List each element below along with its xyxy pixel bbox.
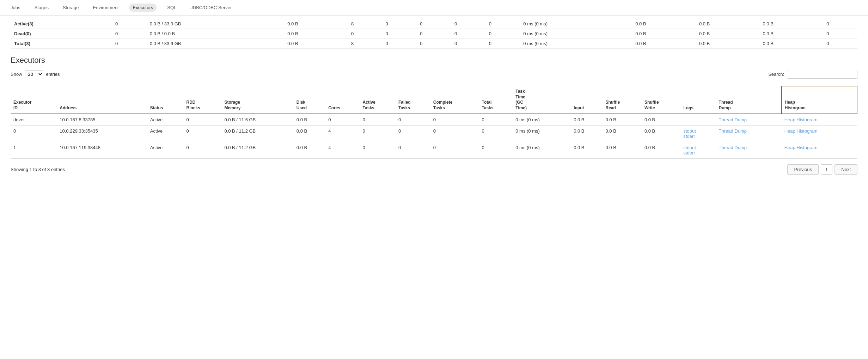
cell-input-1: 0.0 B [571, 142, 603, 159]
summary-active-cores: 8 [348, 19, 382, 29]
tab-stages[interactable]: Stages [31, 4, 52, 12]
cell-executor-id-driver: driver [11, 114, 57, 126]
tab-executors[interactable]: Executors [129, 4, 157, 12]
col-header-status[interactable]: Status [147, 86, 184, 114]
next-button[interactable]: Next [835, 164, 857, 175]
table-row: driver 10.0.167.8:33785 Active 0 0.0 B /… [11, 114, 857, 126]
col-header-input[interactable]: Input [571, 86, 603, 114]
search-group: Search: [768, 70, 857, 79]
col-header-task-time[interactable]: TaskTime(GCTime) [513, 86, 571, 114]
previous-button[interactable]: Previous [787, 164, 819, 175]
col-header-shuffle-write[interactable]: ShuffleWrite [642, 86, 680, 114]
summary-row-active: Active(3) 0 0.0 B / 33.9 GB 0.0 B 8 0 0 … [11, 19, 857, 29]
summary-dead-disk: 0.0 B [284, 29, 348, 39]
table-header-row: ExecutorID Address Status RDDBlocks Stor… [11, 86, 857, 114]
summary-active-disk: 0.0 B [284, 19, 348, 29]
col-header-rdd-blocks[interactable]: RDDBlocks [184, 86, 222, 114]
search-label: Search: [768, 72, 784, 77]
show-entries-select[interactable]: 20 50 100 [25, 70, 43, 78]
summary-total-blacklisted: 0 [823, 39, 857, 49]
tab-environment[interactable]: Environment [90, 4, 122, 12]
log-stderr-link-1[interactable]: stderr [683, 150, 695, 156]
heap-histogram-link-0[interactable]: Heap Histogram [784, 128, 818, 134]
summary-total-input: 0.0 B [632, 39, 696, 49]
cell-storage-driver: 0.0 B / 11.5 GB [221, 114, 293, 126]
cell-thread-dump-driver[interactable]: Thread Dump [716, 114, 782, 126]
cell-executor-id-1: 1 [11, 142, 57, 159]
cell-logs-0: stdout stderr [680, 126, 716, 142]
tab-storage[interactable]: Storage [59, 4, 82, 12]
cell-complete-tasks-driver: 0 [430, 114, 479, 126]
summary-active-active-tasks: 0 [382, 19, 417, 29]
heap-histogram-link-1[interactable]: Heap Histogram [784, 145, 818, 150]
summary-row-total: Total(3) 0 0.0 B / 33.9 GB 0.0 B 8 0 0 0… [11, 39, 857, 49]
col-header-complete-tasks[interactable]: CompleteTasks [430, 86, 479, 114]
search-input[interactable] [787, 70, 857, 79]
summary-total-shuffle-read: 0.0 B [696, 39, 759, 49]
cell-input-driver: 0.0 B [571, 114, 603, 126]
current-page[interactable]: 1 [821, 164, 832, 175]
pagination-controls: Previous 1 Next [787, 164, 857, 175]
table-row: 1 10.0.167.119:38448 Active 0 0.0 B / 11… [11, 142, 857, 159]
cell-thread-dump-0[interactable]: Thread Dump [716, 126, 782, 142]
col-header-failed-tasks[interactable]: FailedTasks [396, 86, 430, 114]
thread-dump-link-1[interactable]: Thread Dump [719, 145, 747, 150]
summary-dead-count: 0 [112, 29, 146, 39]
col-header-executor-id[interactable]: ExecutorID [11, 86, 57, 114]
log-stdout-link-0[interactable]: stdout [683, 128, 696, 134]
col-header-active-tasks[interactable]: ActiveTasks [360, 86, 396, 114]
col-header-thread-dump[interactable]: ThreadDump [716, 86, 782, 114]
executors-table: ExecutorID Address Status RDDBlocks Stor… [11, 86, 857, 159]
col-header-address[interactable]: Address [57, 86, 147, 114]
col-header-heap-histogram[interactable]: HeapHistogram [782, 86, 857, 114]
cell-thread-dump-1[interactable]: Thread Dump [716, 142, 782, 159]
summary-dead-complete-tasks: 0 [451, 29, 485, 39]
thread-dump-link-0[interactable]: Thread Dump [719, 128, 747, 134]
table-row: 0 10.0.229.33:35435 Active 0 0.0 B / 11.… [11, 126, 857, 142]
cell-failed-tasks-1: 0 [396, 142, 430, 159]
cell-heap-histogram-0[interactable]: Heap Histogram [782, 126, 857, 142]
cell-heap-histogram-driver[interactable]: Heap Histogram [782, 114, 857, 126]
cell-active-tasks-driver: 0 [360, 114, 396, 126]
col-header-cores[interactable]: Cores [325, 86, 360, 114]
cell-disk-driver: 0.0 B [294, 114, 325, 126]
summary-active-total-tasks: 0 [485, 19, 520, 29]
col-header-total-tasks[interactable]: TotalTasks [479, 86, 513, 114]
tab-jdbc[interactable]: JDBC/ODBC Server [187, 4, 235, 12]
summary-active-storage: 0.0 B / 33.9 GB [146, 19, 284, 29]
summary-total-cores: 8 [348, 39, 382, 49]
cell-logs-1: stdout stderr [680, 142, 716, 159]
summary-total-count: 0 [112, 39, 146, 49]
summary-total-task-time: 0 ms (0 ms) [520, 39, 632, 49]
pagination-row: Showing 1 to 3 of 3 entries Previous 1 N… [11, 164, 857, 175]
tab-jobs[interactable]: Jobs [7, 4, 24, 12]
cell-address-1: 10.0.167.119:38448 [57, 142, 147, 159]
summary-total-storage: 0.0 B / 33.9 GB [146, 39, 284, 49]
cell-storage-1: 0.0 B / 11.2 GB [221, 142, 293, 159]
cell-shuffle-write-0: 0.0 B [642, 126, 680, 142]
log-stdout-link-1[interactable]: stdout [683, 145, 696, 150]
cell-heap-histogram-1[interactable]: Heap Histogram [782, 142, 857, 159]
pagination-info: Showing 1 to 3 of 3 entries [11, 167, 65, 172]
cell-active-tasks-0: 0 [360, 126, 396, 142]
nav-tabs: Jobs Stages Storage Environment Executor… [0, 0, 868, 16]
thread-dump-link-driver[interactable]: Thread Dump [719, 117, 747, 122]
cell-storage-0: 0.0 B / 11.2 GB [221, 126, 293, 142]
summary-active-complete-tasks: 0 [451, 19, 485, 29]
col-header-disk-used[interactable]: DiskUsed [294, 86, 325, 114]
cell-status-driver: Active [147, 114, 184, 126]
summary-active-input: 0.0 B [632, 19, 696, 29]
log-stderr-link-0[interactable]: stderr [683, 134, 695, 139]
col-header-storage-memory[interactable]: StorageMemory [221, 86, 293, 114]
heap-histogram-link-driver[interactable]: Heap Histogram [784, 117, 818, 122]
summary-active-shuffle-write: 0.0 B [759, 19, 823, 29]
col-header-logs[interactable]: Logs [680, 86, 716, 114]
tab-sql[interactable]: SQL [164, 4, 180, 12]
col-header-shuffle-read[interactable]: ShuffleRead [603, 86, 641, 114]
summary-dead-failed-tasks: 0 [416, 29, 451, 39]
summary-active-shuffle-read: 0.0 B [696, 19, 759, 29]
summary-active-label: Active(3) [11, 19, 112, 29]
summary-active-count: 0 [112, 19, 146, 29]
cell-task-time-driver: 0 ms (0 ms) [513, 114, 571, 126]
summary-dead-input: 0.0 B [632, 29, 696, 39]
